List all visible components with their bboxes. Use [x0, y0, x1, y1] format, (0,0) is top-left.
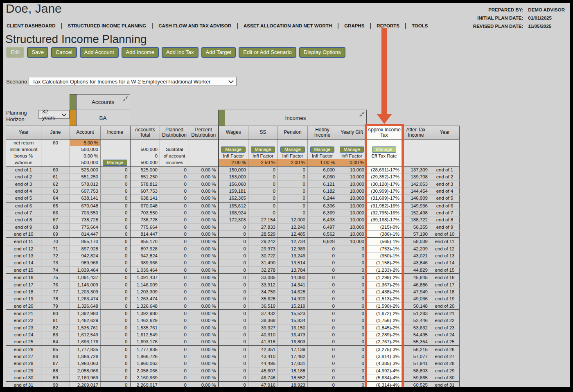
- highlight-arrow-head: [377, 114, 392, 124]
- cell-pension: 16,803: [278, 338, 308, 346]
- cell-year: end of 1: [6, 166, 41, 173]
- nav-separator: [405, 23, 406, 29]
- cell-after-tax-income: 56,215: [402, 346, 430, 353]
- table-row: end of 29882,058,06602,058,06600.00 %045…: [6, 367, 460, 374]
- cell-accounts-total: 1,960,063: [130, 360, 160, 367]
- display-options-button[interactable]: Display Options: [299, 47, 345, 58]
- table-row: end of 1069814,4470814,44700.00 %028,529…: [6, 231, 460, 238]
- cell-percent-distribution: 0.00 %: [189, 302, 219, 310]
- cell-income: 0: [101, 166, 130, 173]
- manage-ss-button[interactable]: Manage: [251, 146, 275, 153]
- cell-planned-distribution: 0: [160, 281, 189, 288]
- planning-horizon-select[interactable]: 32 years: [38, 110, 70, 119]
- manage-wages-button[interactable]: Manage: [221, 146, 246, 153]
- add-income-button[interactable]: Add Income: [122, 47, 159, 58]
- table-row: end of 1170855,1700855,17000.00 %029,242…: [6, 238, 460, 245]
- cell-wages: 168,924: [219, 210, 248, 216]
- cell-planned-distribution: 0: [160, 288, 189, 295]
- cell-percent-distribution: 0.00 %: [189, 374, 219, 381]
- table-row: end of 1473989,9660989,96600.00 %031,490…: [6, 259, 460, 266]
- cell-after-tax-income: 49,036: [402, 295, 430, 302]
- nav-item-reports[interactable]: REPORTS: [377, 23, 399, 28]
- initial-plan-date-label: INITIAL PLAN DATE:: [473, 16, 523, 20]
- cell-pension: 0: [278, 180, 308, 187]
- cell-account: 1,263,474: [70, 295, 101, 302]
- cell-jane: 83: [41, 331, 70, 338]
- add-target-button[interactable]: Add Target: [201, 47, 236, 58]
- cell-year: end of 11: [6, 238, 41, 245]
- cell-percent-distribution: [189, 159, 219, 166]
- nav-separator: [61, 23, 62, 29]
- nav-item-client-dashboard[interactable]: CLIENT DASHBOARD: [7, 23, 55, 28]
- cell-accounts-total: 1,777,835: [130, 346, 160, 353]
- cancel-button[interactable]: Cancel: [51, 47, 77, 58]
- cell-approx-income-tax: (1,590)-2%: [367, 302, 402, 310]
- manage-yearly-gift-button[interactable]: Manage: [340, 146, 364, 153]
- cell-percent-distribution: 0.00 %: [189, 346, 219, 353]
- cell-hobby-income: 0: [308, 281, 337, 288]
- cell-yearly-gift: 0: [337, 302, 367, 310]
- cell-year: end of 20: [6, 302, 41, 310]
- cell-pension: 16,473: [278, 331, 308, 338]
- cell-account: 2,058,066: [70, 367, 101, 374]
- cell-year: end of 25: [6, 338, 41, 346]
- nav-item-tools[interactable]: TOOLS: [412, 23, 428, 28]
- cell-year-end: end of 15: [430, 266, 460, 274]
- cell-income: 0: [101, 245, 130, 252]
- table-row: end of 968775,6640775,66400.00 %027,8331…: [6, 223, 460, 230]
- edit-or-add-scenario-button[interactable]: Edit or Add Scenario: [239, 47, 296, 58]
- cell-percent-distribution: [189, 153, 219, 159]
- cell-planned-distribution: 0: [160, 252, 189, 259]
- add-inc-tax-button[interactable]: Add Inc Tax: [162, 47, 199, 58]
- cell-yearly-gift: Infl Factor: [337, 153, 367, 159]
- cell-year: end of 24: [6, 331, 41, 338]
- cell-percent-distribution: 0.00 %: [189, 252, 219, 259]
- nav-item-structured-income-planning[interactable]: STRUCTURED INCOME PLANNING: [68, 23, 146, 28]
- cell-income: [101, 140, 130, 146]
- cell-approx-income-tax: (31,699)-17%: [367, 195, 402, 202]
- manage-pension-button[interactable]: Manage: [280, 146, 305, 153]
- cell-year: end of 29: [6, 367, 41, 374]
- manage-income-button[interactable]: Manage: [103, 160, 127, 166]
- cell-after-tax-income: 46,886: [402, 281, 430, 288]
- cell-account: 942,824: [70, 252, 101, 259]
- cell-income: [101, 146, 130, 153]
- cell-year-end: end of 25: [430, 338, 460, 346]
- cell-year: end of 16: [6, 274, 41, 281]
- cell-hobby-income: 6,060: [308, 173, 337, 180]
- cell-wages: 0: [219, 295, 248, 302]
- cell-ss: 0: [248, 166, 278, 173]
- cell-account: 1,203,309: [70, 288, 101, 295]
- cell-approx-income-tax: (1,438)-2%: [367, 288, 402, 295]
- cell-percent-distribution: 0.00 %: [189, 381, 219, 387]
- add-account-button[interactable]: Add Account: [80, 47, 119, 58]
- cell-year-end: end of 11: [430, 238, 460, 245]
- cell-yearly-gift: 0: [337, 381, 367, 387]
- table-row: end of 26851,777,83501,777,83500.00 %042…: [6, 346, 460, 353]
- cell-approx-income-tax: (1,672)-2%: [367, 310, 402, 317]
- collapse-accounts-icon[interactable]: [122, 96, 129, 102]
- cell-year-end: [430, 159, 460, 166]
- scenario-select[interactable]: Tax Calculation Options for Incomes for …: [29, 77, 237, 86]
- cell-percent-distribution: 0.00 %: [189, 367, 219, 374]
- nav-item-cash-flow-and-tax-advisor[interactable]: CASH FLOW AND TAX ADVISOR: [158, 23, 231, 28]
- cell-yearly-gift: 0: [337, 245, 367, 252]
- cell-jane: 66: [41, 210, 70, 216]
- cell-planned-distribution: 0: [160, 302, 189, 310]
- cell-approx-income-tax: (215)-0%: [367, 223, 402, 230]
- cell-approx-income-tax: (2,289)-2%: [367, 331, 402, 338]
- cell-accounts-total: 638,141: [130, 195, 160, 202]
- cell-wages: 165,612: [219, 202, 248, 210]
- cell-wages: 2.00 %: [219, 159, 248, 166]
- cell-after-tax-income: [402, 153, 430, 159]
- collapse-incomes-icon[interactable]: [359, 111, 365, 117]
- nav-item-asset-allocation-and-net-worth[interactable]: ASSET ALLOCATION AND NET WORTH: [244, 23, 332, 28]
- manage-approx-income-tax-button[interactable]: Manage: [372, 146, 397, 153]
- cell-approx-income-tax: (2,767)-2%: [367, 338, 402, 346]
- cell-approx-income-tax: (29,352)-17%: [367, 173, 402, 180]
- nav-item-graphs[interactable]: GRAPHS: [344, 23, 364, 28]
- cell-hobby-income: 0: [308, 310, 337, 317]
- save-button[interactable]: Save: [27, 47, 48, 58]
- cell-approx-income-tax: (1,367)-2%: [367, 281, 402, 288]
- manage-hobby-income-button[interactable]: Manage: [310, 146, 335, 153]
